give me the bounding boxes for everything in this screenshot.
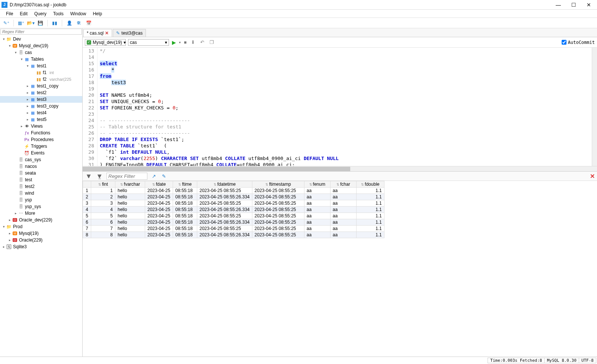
cell[interactable]: aa [304,188,330,194]
col-fdate[interactable]: ⇅fdate [145,181,173,188]
code-line[interactable]: from [100,73,592,79]
code-line[interactable]: -- ---------------------------- [100,130,592,136]
vertical-scrollbar[interactable] [592,48,597,166]
cell[interactable]: hello [115,219,145,226]
col-ftime[interactable]: ⇅ftime [173,181,197,188]
cell[interactable]: aa [330,207,356,213]
cell[interactable]: 1.1 [356,200,384,207]
cell[interactable]: 08:55:18 [173,226,197,232]
run-button[interactable]: ▶ [171,39,177,45]
close-results-icon[interactable]: ✕ [590,173,595,180]
cell[interactable]: 1.1 [356,188,384,194]
cell[interactable]: 5 [91,213,115,219]
sql-editor[interactable]: 1314151617181920212223242526272829303132… [83,48,592,166]
cell[interactable]: 2023-04-25 08:55:25 [252,232,304,238]
cell[interactable]: 08:55:18 [173,194,197,200]
cell[interactable]: 2023-04-25 08:55:25 [252,213,304,219]
autocommit-input[interactable] [562,40,566,45]
cell[interactable]: 2023-04-25 [145,207,173,213]
tree-arrow[interactable]: ▸ [7,218,12,222]
tree-item-more[interactable]: ▸⋯More [0,210,82,217]
tree-item-ysp-sys[interactable]: 🗄ysp_sys [0,203,82,210]
cell[interactable]: 6 [91,219,115,226]
cell[interactable]: 2023-04-25 08:55:26.334 [197,194,252,200]
cell[interactable]: hello [115,232,145,238]
tree-item-f1[interactable]: ▮▮f1int [0,69,82,76]
tree-item-seata[interactable]: 🗄seata [0,170,82,176]
schema-select[interactable]: cas ▾ [128,39,169,46]
code-line[interactable]: SET UNIQUE_CHECKS = 0; [100,98,592,105]
code-line[interactable] [100,86,592,92]
cell[interactable]: aa [330,219,356,226]
tree-item-mysql-19-[interactable]: ▸MMysql(19) [0,230,82,237]
cell[interactable]: 8 [91,232,115,238]
cell[interactable]: 2023-04-25 [145,219,173,226]
tree-arrow[interactable]: ▾ [13,51,18,54]
compare-icon[interactable]: ▮▮ [51,19,59,27]
wrench-icon[interactable]: 🛠 [75,19,83,27]
collapse-icon[interactable]: ⯆ [85,173,93,179]
cell[interactable]: 1.1 [356,219,384,226]
cell[interactable]: 08:55:18 [173,207,197,213]
tree-item-cas[interactable]: ▾🗄cas [0,49,82,56]
tree-item-test1[interactable]: ▾▦test1 [0,63,82,69]
tree-arrow[interactable]: ▸ [19,124,24,128]
code-line[interactable]: `f1` int DEFAULT NULL, [100,149,592,155]
tab-1[interactable]: ✎test3@cas [113,29,146,37]
tree-item-oracle-229-[interactable]: ▸OOracle(229) [0,237,82,243]
collapse-all-icon[interactable]: ⯆̲ [96,173,103,179]
cell[interactable]: 2023-04-25 [145,194,173,200]
tree-arrow[interactable]: ▸ [25,91,30,95]
results-filter-input[interactable] [106,173,147,180]
tree-item-sqlite3[interactable]: ▸SSqlite3 [0,243,82,250]
code-line[interactable] [100,111,592,117]
cell[interactable]: aa [330,188,356,194]
copy-icon[interactable]: ❐ [208,39,216,45]
tree-arrow[interactable]: ▾ [7,44,12,48]
tree-arrow[interactable]: ▸ [25,111,30,115]
run-menu-arrow[interactable]: ▾ [179,41,181,44]
col-fdatetime[interactable]: ⇅fdatetime [197,181,252,188]
code-line[interactable]: * [100,67,592,73]
horizontal-scrollbar[interactable] [83,166,597,171]
table-row[interactable]: 33hello2023-04-2508:55:182023-04-25 08:5… [83,200,384,207]
cell[interactable]: 2023-04-25 08:55:25 [252,188,304,194]
cell[interactable]: 2023-04-25 08:55:26.334 [197,232,252,238]
cell[interactable]: aa [330,200,356,207]
tree-item-prod[interactable]: ▾📁Prod [0,223,82,230]
cell[interactable]: 2023-04-25 [145,200,173,207]
table-row[interactable]: 11hello2023-04-2508:55:182023-04-25 08:5… [83,188,384,194]
minimize-button[interactable]: — [554,2,562,8]
tree-arrow[interactable]: ▸ [1,245,6,249]
code-line[interactable]: */ [100,48,592,54]
tree-item-test4[interactable]: ▸▦test4 [0,109,82,116]
save-icon[interactable]: 💾 [36,19,44,27]
tree-item-triggers[interactable]: ⚡Triggers [0,143,82,150]
cell[interactable]: 2023-04-25 [145,213,173,219]
tree-item-dev[interactable]: ▾📁Dev [0,36,82,42]
cell[interactable]: aa [330,226,356,232]
menu-window[interactable]: Window [67,10,89,17]
code-area[interactable]: */select *from test3SET NAMES utf8mb4;SE… [98,48,592,166]
tree-item-mysql-dev-19-[interactable]: ▾MMysql_dev(19) [0,42,82,49]
tree-item-nacos[interactable]: 🗄nacos [0,163,82,170]
cell[interactable]: 2023-04-25 08:55:25 [197,213,252,219]
stop-button[interactable]: ■ [183,40,187,45]
cell[interactable]: 7 [91,226,115,232]
open-folder-icon[interactable]: 📂▾ [26,19,35,27]
calendar-icon[interactable]: 📅 [84,19,93,27]
tree-arrow[interactable]: ▸ [7,232,12,235]
cell[interactable]: 2023-04-25 08:55:25 [197,200,252,207]
cell[interactable]: hello [115,188,145,194]
new-file-icon[interactable]: ▦⁺ [17,19,25,27]
user-icon[interactable]: 👤 [65,19,73,27]
cell[interactable]: 2023-04-25 [145,232,173,238]
menu-help[interactable]: Help [90,10,105,17]
cell[interactable]: aa [304,207,330,213]
maximize-button[interactable]: ☐ [570,2,578,8]
cell[interactable]: aa [304,219,330,226]
close-button[interactable]: ✕ [585,2,593,8]
code-line[interactable] [100,54,592,60]
cell[interactable]: 1 [91,188,115,194]
code-line[interactable]: CREATE TABLE `test1` ( [100,143,592,149]
